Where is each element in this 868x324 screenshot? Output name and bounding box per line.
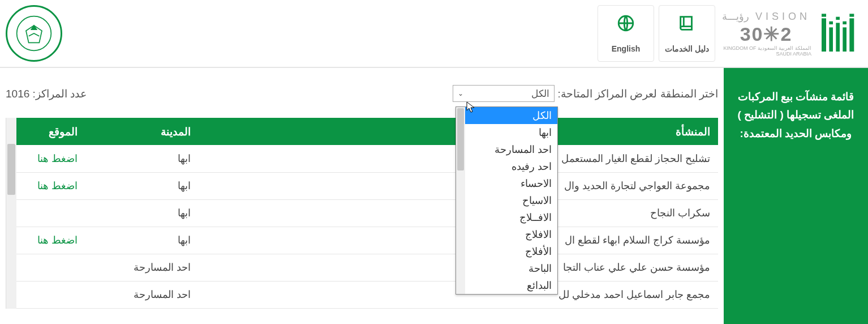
filter-row: اختر المنطقة لعرض المراكز المتاحة: الكل …	[6, 85, 718, 102]
services-guide-button[interactable]: دليل الخدمات	[659, 5, 715, 62]
content: اختر المنطقة لعرض المراكز المتاحة: الكل …	[0, 68, 724, 324]
svg-rect-4	[849, 18, 854, 52]
dropdown-option[interactable]: الاحساء	[456, 175, 557, 192]
dropdown-scrollbar[interactable]	[456, 107, 465, 294]
nav-buttons: دليل الخدمات English	[598, 5, 715, 62]
region-select[interactable]: الكل ⌄	[453, 85, 555, 102]
absher-logo	[817, 11, 862, 56]
dropdown-option[interactable]: احد رفيده	[456, 158, 557, 175]
svg-rect-5	[822, 14, 826, 16]
svg-rect-6	[829, 22, 833, 24]
chevron-down-icon: ⌄	[458, 89, 463, 97]
dropdown-option[interactable]: الافلاج	[456, 226, 557, 243]
region-dropdown[interactable]: الكلابهااحد المسارحةاحد رفيدهالاحساءالاس…	[456, 106, 558, 295]
table-row: تشليح الحجاز لقطع الغيار المستعملابهااضغ…	[6, 145, 718, 172]
vision-mid-text: 2✳30	[740, 23, 793, 45]
book-icon	[677, 14, 697, 37]
dropdown-option[interactable]: الأفلاج	[456, 243, 557, 260]
svg-rect-8	[843, 22, 846, 24]
cell-city: احد المسارحة	[85, 281, 199, 308]
table-header-row: المنشأة المدينة الموقع	[6, 118, 718, 145]
location-link[interactable]: اضغط هنا	[37, 235, 78, 246]
main: قائمة منشآت بيع المركبات الملغى تسجيلها …	[0, 68, 868, 324]
table-row: مؤسسة كراج السلام ابهاء لقطع الابهااضغط …	[6, 227, 718, 254]
table-row: مجموعة العواجي لتجارة الحديد والابهااضغط…	[6, 172, 718, 199]
vision-top-text: VISION رؤيـــة	[722, 10, 810, 23]
th-city: المدينة	[85, 118, 199, 145]
location-link[interactable]: اضغط هنا	[37, 180, 78, 191]
language-english-button[interactable]: English	[598, 5, 654, 62]
moi-emblem	[6, 5, 62, 62]
cell-city: ابها	[85, 145, 199, 172]
cell-location: اضغط هنا	[6, 145, 85, 172]
table-row: سكراب النجاحابها	[6, 199, 718, 227]
table-row: مجمع جابر اسماعيل احمد مدخلي للاحد المسا…	[6, 281, 718, 308]
cell-city: ابها	[85, 172, 199, 199]
filter-label: اختر المنطقة لعرض المراكز المتاحة:	[558, 87, 718, 100]
centers-table: المنشأة المدينة الموقع تشليح الحجاز لقطع…	[6, 118, 718, 309]
cell-location	[6, 281, 85, 308]
svg-rect-2	[836, 23, 840, 52]
table-row: مؤسسة حسن علي علي عناب التجااحد المسارحة	[6, 254, 718, 281]
cell-city: احد المسارحة	[85, 254, 199, 281]
svg-rect-1	[829, 27, 833, 52]
vision-2030-logo: VISION رؤيـــة 2✳30 المملكة العربية السع…	[721, 11, 811, 56]
dropdown-option[interactable]: احد المسارحة	[456, 141, 557, 158]
dropdown-scrollbar-thumb[interactable]	[457, 108, 464, 170]
location-link[interactable]: اضغط هنا	[37, 153, 78, 164]
dropdown-option[interactable]: الباحة	[456, 260, 557, 277]
sidebar: قائمة منشآت بيع المركبات الملغى تسجيلها …	[724, 68, 868, 324]
cell-location: اضغط هنا	[6, 172, 85, 199]
sidebar-title: قائمة منشآت بيع المركبات الملغى تسجيلها …	[734, 88, 858, 143]
centers-count: عدد المراكز: 1016	[6, 87, 87, 100]
cell-location	[6, 199, 85, 227]
th-location: الموقع	[6, 118, 85, 145]
svg-rect-9	[849, 14, 854, 16]
region-select-value: الكل	[531, 88, 549, 100]
globe-icon	[616, 14, 635, 37]
count-value: 1016	[6, 88, 29, 100]
dropdown-option[interactable]: ابها	[456, 124, 557, 141]
scrollbar-thumb[interactable]	[7, 144, 15, 195]
vision-bot-text: المملكة العربية السعودية KINGDOM OF SAUD…	[721, 45, 811, 57]
header-left	[6, 5, 62, 62]
count-label: عدد المراكز:	[33, 88, 87, 100]
dropdown-option[interactable]: الكل	[456, 107, 557, 124]
cell-city: ابها	[85, 227, 199, 254]
svg-rect-7	[836, 17, 840, 20]
cell-location	[6, 254, 85, 281]
header-right: VISION رؤيـــة 2✳30 المملكة العربية السع…	[598, 5, 862, 62]
language-english-label: English	[612, 44, 641, 53]
table-wrap: المنشأة المدينة الموقع تشليح الحجاز لقطع…	[6, 118, 718, 309]
dropdown-option[interactable]: الاسياح	[456, 192, 557, 209]
svg-rect-0	[822, 18, 826, 52]
services-guide-label: دليل الخدمات	[665, 44, 709, 53]
dropdown-option[interactable]: الافــلاج	[456, 209, 557, 226]
svg-rect-3	[843, 27, 846, 52]
dropdown-option[interactable]: البدائع	[456, 277, 557, 294]
cell-city: ابها	[85, 199, 199, 227]
filter-right: اختر المنطقة لعرض المراكز المتاحة: الكل …	[453, 85, 718, 102]
header: VISION رؤيـــة 2✳30 المملكة العربية السع…	[0, 0, 868, 68]
table-scrollbar[interactable]	[6, 118, 16, 309]
cell-location: اضغط هنا	[6, 227, 85, 254]
